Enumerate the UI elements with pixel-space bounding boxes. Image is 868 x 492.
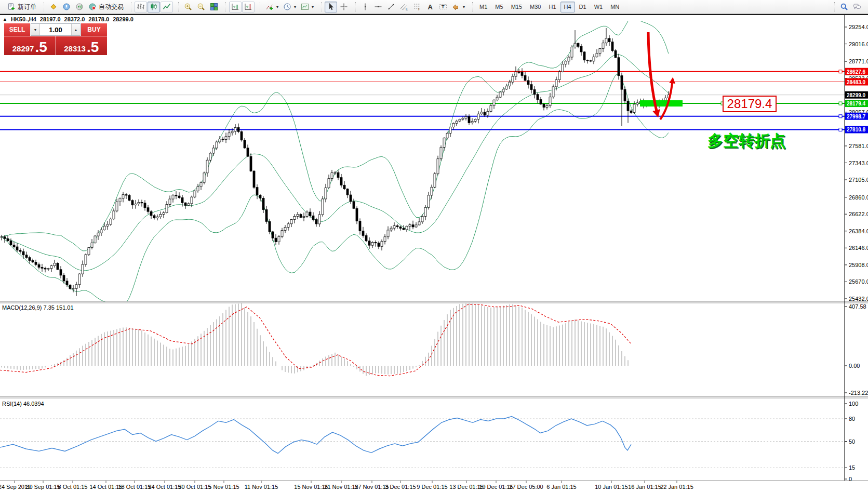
svg-text:50: 50 — [849, 438, 855, 445]
trendline-button[interactable] — [385, 2, 397, 12]
svg-text:28771.0: 28771.0 — [849, 58, 868, 64]
chat-button[interactable] — [851, 2, 863, 12]
channel-icon: E — [400, 3, 408, 11]
timeframe-d1[interactable]: D1 — [576, 2, 590, 12]
svg-text:18 Oct 01:15: 18 Oct 01:15 — [118, 484, 151, 490]
shapes-button[interactable]: ▾ — [450, 2, 467, 12]
horizontal-line-button[interactable] — [372, 2, 384, 12]
svg-text:E: E — [406, 7, 408, 11]
svg-text:0.00: 0.00 — [849, 363, 860, 369]
timeframe-m1[interactable]: M1 — [476, 2, 491, 12]
svg-text:27810.8: 27810.8 — [847, 127, 866, 132]
pivot-zone-rectangle[interactable] — [640, 100, 683, 107]
toolbar-group — [176, 2, 223, 12]
timeframe-h1[interactable]: H1 — [545, 2, 559, 12]
timeframe-m30[interactable]: M30 — [526, 2, 544, 12]
toolbar-group — [318, 2, 353, 12]
svg-text:5 Nov 01:15: 5 Nov 01:15 — [208, 484, 239, 490]
tile-windows-button[interactable] — [208, 2, 220, 12]
svg-text:27 Nov 01:15: 27 Nov 01:15 — [355, 484, 389, 490]
search-button[interactable] — [838, 2, 850, 12]
new-order-button[interactable]: 新订单 — [5, 2, 38, 12]
text-button[interactable]: A — [424, 2, 436, 12]
line-chart-icon — [163, 3, 171, 11]
crosshair-icon — [340, 3, 348, 11]
vertical-line-button[interactable] — [359, 2, 371, 12]
terminal-window: 新订单自动交易▾▾▾EFAT▾M1M5M15M30H1H4D1W1MN ▲ HK… — [0, 0, 868, 492]
sell-button[interactable]: SELL — [4, 23, 30, 36]
volume-control: ▼ ▲ — [31, 23, 81, 36]
horizontal-levels[interactable] — [0, 70, 845, 131]
zoom-out-button[interactable] — [195, 2, 207, 12]
svg-text:30 Oct 01:15: 30 Oct 01:15 — [179, 484, 211, 490]
autoscroll-icon — [231, 3, 239, 11]
bar-chart-button[interactable] — [135, 2, 147, 12]
toolbar-group: 自动交易 — [41, 2, 128, 12]
chart-shift-button[interactable] — [242, 2, 255, 12]
fibonacci-button[interactable]: F — [411, 2, 423, 12]
autotrading-icon — [88, 3, 97, 11]
zoom-in-button[interactable] — [182, 2, 194, 12]
indicators-button[interactable]: ▾ — [263, 2, 281, 12]
svg-text:6 Jan 01:15: 6 Jan 01:15 — [546, 484, 577, 490]
zoom-out-icon — [197, 3, 205, 11]
line-chart-button[interactable] — [161, 2, 173, 12]
ohlc-open: 28197.0 — [40, 16, 61, 22]
new-order-button-label: 新订单 — [18, 3, 36, 11]
timeframe-mn[interactable]: MN — [607, 2, 623, 12]
zoom-in-icon — [184, 3, 192, 11]
macd-panel — [0, 303, 631, 376]
time-axis[interactable]: 24 Sep 201930 Sep 01:158 Oct 01:1514 Oct… — [0, 481, 693, 490]
svg-text:22 Jan 01:15: 22 Jan 01:15 — [660, 484, 693, 490]
metaeditor-button[interactable] — [47, 2, 60, 12]
buy-price-button[interactable]: 28313.5 — [56, 36, 108, 55]
bar-chart-icon — [137, 3, 145, 11]
buy-price-frac: .5 — [87, 41, 99, 54]
macd-label: MACD(12,26,9) 7.35 151.01 — [2, 304, 74, 311]
price-axis[interactable]: 29254.029016.028771.028533.028299.028057… — [845, 14, 868, 482]
pivot-text[interactable]: 多空转折点 — [707, 132, 785, 149]
timeframe-m15[interactable]: M15 — [508, 2, 526, 12]
svg-text:26622.0: 26622.0 — [849, 211, 868, 217]
svg-text:30 Sep 01:15: 30 Sep 01:15 — [26, 484, 60, 490]
trendline-icon — [387, 3, 395, 11]
autotrading-button[interactable]: 自动交易 — [86, 2, 126, 12]
volume-input[interactable] — [40, 24, 71, 35]
volume-decrease-button[interactable]: ▼ — [31, 24, 40, 35]
crosshair-button[interactable] — [338, 2, 350, 12]
timeframe-m5[interactable]: M5 — [491, 2, 506, 12]
toolbar-group: ▾▾▾ — [257, 2, 318, 12]
timeframe-w1[interactable]: W1 — [591, 2, 607, 12]
publisher-button[interactable] — [60, 2, 73, 12]
sell-price-frac: .5 — [35, 41, 47, 54]
svg-text:27343.0: 27343.0 — [849, 160, 868, 166]
chart-canvas[interactable]: MACD(12,26,9) 7.35 151.01RSI(14) 46.0394… — [0, 0, 868, 492]
label-button[interactable]: T — [437, 2, 449, 12]
svg-text:0: 0 — [849, 476, 852, 482]
svg-text:T: T — [442, 4, 445, 9]
svg-text:27581.0: 27581.0 — [849, 143, 868, 149]
buy-price-main: 28313 — [64, 44, 86, 54]
templates-button[interactable]: ▾ — [299, 2, 316, 12]
editor-icon — [49, 3, 58, 11]
svg-text:28299.0: 28299.0 — [847, 92, 866, 98]
candlestick-button[interactable] — [148, 2, 160, 12]
sell-price-button[interactable]: 28297.5 — [4, 36, 56, 55]
buy-button[interactable]: BUY — [81, 23, 107, 36]
chevron-down-icon: ▾ — [294, 5, 296, 9]
one-click-trading-panel: SELL ▼ ▲ BUY 28297.5 28313.5 — [4, 23, 107, 55]
panel-collapse-arrow[interactable]: ▲ — [3, 17, 7, 22]
svg-text:11 Nov 01:15: 11 Nov 01:15 — [245, 484, 278, 490]
auto-scroll-button[interactable] — [229, 2, 242, 12]
cursor-button[interactable] — [325, 2, 337, 12]
periods-button[interactable]: ▾ — [281, 2, 298, 12]
svg-text:27 Dec 05:00: 27 Dec 05:00 — [509, 484, 543, 490]
volume-increase-button[interactable]: ▲ — [71, 24, 80, 35]
chat-icon — [853, 3, 861, 11]
template-icon — [301, 3, 309, 11]
sounds-button[interactable] — [73, 2, 86, 12]
autotrading-button-label: 自动交易 — [99, 3, 124, 11]
channel-button[interactable]: E — [398, 2, 410, 12]
svg-text:13 Dec 01:15: 13 Dec 01:15 — [449, 484, 483, 490]
timeframe-h4[interactable]: H4 — [560, 2, 575, 12]
